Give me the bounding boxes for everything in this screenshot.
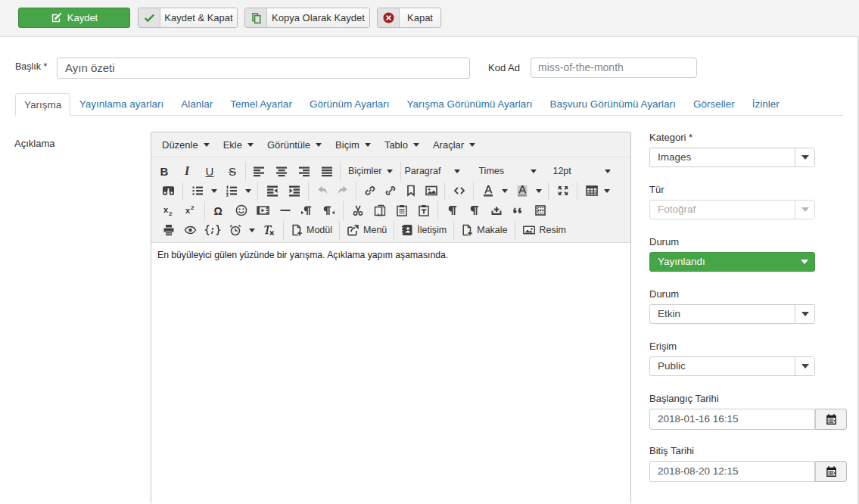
svg-text:2: 2 — [191, 204, 195, 211]
svg-text:x: x — [185, 206, 191, 215]
svg-text:2: 2 — [169, 210, 173, 216]
svg-text:x: x — [163, 205, 169, 214]
svg-text:Ω: Ω — [214, 204, 223, 216]
